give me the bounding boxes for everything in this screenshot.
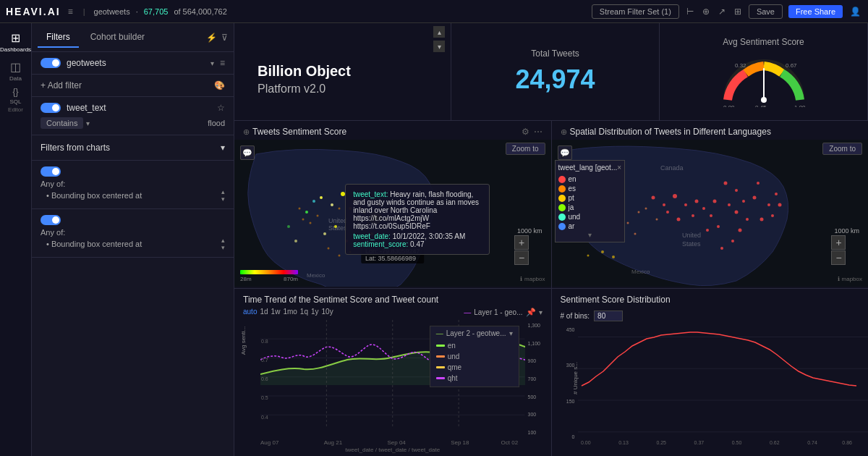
- ruler-icon[interactable]: ⊢: [685, 5, 695, 18]
- palette-icon[interactable]: 🎨: [214, 80, 225, 90]
- chart-filter-1-down[interactable]: ▾: [221, 195, 225, 203]
- mapbox-label-2: mapbox: [842, 276, 862, 282]
- y-right-1300: 1,300: [528, 323, 551, 328]
- svg-point-28: [317, 215, 319, 217]
- save-button[interactable]: Save: [749, 4, 783, 19]
- scroll-down-button[interactable]: ▾: [433, 41, 445, 52]
- export-icon[interactable]: ↗: [717, 5, 727, 18]
- spatial-zoom-out-button[interactable]: −: [831, 250, 846, 265]
- time-1d[interactable]: 1d: [260, 308, 268, 317]
- filter-tabs: Filters Cohort builder ⚡ ⊽: [32, 23, 234, 52]
- main-layout: ⊞ Dashboards ◫ Data {} SQL Editor Filter…: [0, 23, 868, 456]
- layer1-selector[interactable]: — Layer 1 - geo... 📌 ▾: [464, 308, 542, 317]
- sidebar-item-data[interactable]: ◫ Data: [3, 58, 29, 84]
- bins-input[interactable]: [594, 311, 623, 321]
- filter-dropdown-arrow[interactable]: ▾: [86, 119, 90, 127]
- time-10y[interactable]: 10y: [322, 308, 333, 317]
- sentiment-map-more-icon[interactable]: ⋯: [534, 127, 542, 137]
- svg-point-72: [702, 207, 705, 210]
- spatial-map-comment-icon[interactable]: 💬: [558, 145, 572, 160]
- chart-filter-1: Any of: • Bounding box centered at ▴ ▾: [32, 161, 234, 209]
- tab-filters[interactable]: Filters: [38, 28, 79, 48]
- sentiment-map-gear-icon[interactable]: ⚙: [522, 127, 529, 137]
- time-trend-panel: Time Trend of the Sentimet Score and Twe…: [234, 289, 551, 456]
- tooltip-date-value: 10/1/2022, 3:00:35 AM: [393, 232, 466, 240]
- sentiment-map-controls-left: ⊕: [243, 127, 252, 137]
- sentiment-map-panel: ⊕ Tweets Sentiment Score ⚙ ⋯: [234, 121, 551, 289]
- spatial-map-settings-icon[interactable]: ⊕: [561, 127, 567, 136]
- svg-point-22: [294, 240, 297, 242]
- zoom-out-button[interactable]: −: [514, 250, 529, 265]
- time-1q[interactable]: 1q: [300, 308, 308, 317]
- filters-from-charts-chevron[interactable]: ▾: [221, 143, 225, 153]
- time-auto[interactable]: auto: [243, 308, 257, 317]
- share-icon[interactable]: ⊕: [701, 5, 711, 18]
- legend-qht-color: [436, 377, 445, 379]
- chart-filter-1-up[interactable]: ▴: [221, 188, 225, 195]
- zoom-in-button[interactable]: +: [514, 235, 529, 250]
- legend-qme-label: qme: [448, 363, 461, 371]
- mapbox-credit-1: ℹ mapbox: [520, 276, 545, 282]
- filter-tweet-text-star[interactable]: ☆: [217, 103, 225, 113]
- add-filter-row[interactable]: + Add filter 🎨: [32, 75, 234, 97]
- spatial-zoom-in-button[interactable]: +: [831, 235, 846, 250]
- scale-max: 870m: [284, 276, 298, 282]
- map-settings-icon[interactable]: ⊕: [243, 127, 250, 136]
- scroll-up-button[interactable]: ▴: [433, 26, 445, 38]
- hist-controls: # of bins:: [552, 308, 869, 324]
- user-icon[interactable]: 👤: [848, 5, 862, 18]
- share-button[interactable]: Free Share: [788, 5, 843, 18]
- time-1mo[interactable]: 1mo: [283, 308, 297, 317]
- filter-set-button[interactable]: Stream Filter Set (1): [592, 4, 679, 19]
- sidebar-item-sql[interactable]: {} SQL Editor: [3, 87, 29, 113]
- lang-filter-close-icon[interactable]: ×: [617, 164, 621, 172]
- editor-label: Editor: [8, 106, 23, 113]
- svg-point-88: [767, 203, 770, 206]
- layer1-chevron-icon[interactable]: ▾: [539, 308, 542, 316]
- time-1y[interactable]: 1y: [311, 308, 319, 317]
- filters-from-charts-section[interactable]: Filters from charts ▾: [32, 135, 234, 161]
- spatial-zoom-controls: 1000 km + −: [831, 227, 862, 265]
- layers-icon[interactable]: ⊞: [733, 5, 743, 18]
- sql-icon: {}: [12, 87, 18, 97]
- dataset-label: geotweets: [94, 7, 130, 16]
- layer2-selector[interactable]: — Layer 2 - geotwe... ▾: [436, 329, 513, 337]
- filter-condition-tag[interactable]: Contains: [41, 117, 83, 129]
- chart-filter-2-up[interactable]: ▴: [221, 237, 225, 244]
- time-1w[interactable]: 1w: [271, 308, 281, 317]
- lang-panel-scroll[interactable]: ▾: [558, 231, 622, 239]
- filter-tweet-text-toggle[interactable]: [41, 103, 61, 113]
- svg-point-7: [320, 196, 323, 199]
- svg-text:Sep 04: Sep 04: [387, 439, 406, 446]
- dataset-toggle[interactable]: [41, 58, 61, 68]
- svg-point-99: [601, 250, 604, 253]
- tooltip-score-value: 0.47: [410, 240, 424, 248]
- layer1-pin-icon[interactable]: 📌: [526, 308, 536, 317]
- sentiment-zoom-to-button[interactable]: Zoom to: [506, 143, 545, 155]
- sentiment-map-title-bar: ⊕ Tweets Sentiment Score ⚙ ⋯: [234, 121, 551, 140]
- svg-point-73: [710, 214, 712, 217]
- hamburger-icon[interactable]: ≡: [67, 5, 75, 18]
- sidebar-item-dashboards[interactable]: ⊞ Dashboards: [3, 29, 29, 55]
- chart-filter-2-down[interactable]: ▾: [221, 244, 225, 251]
- tab-cohort-builder[interactable]: Cohort builder: [82, 28, 153, 48]
- svg-point-39: [339, 255, 341, 257]
- map-comment-icon[interactable]: 💬: [240, 145, 255, 160]
- lang-ar-dot: [558, 223, 566, 230]
- svg-point-79: [742, 200, 745, 203]
- dataset-bars-icon[interactable]: ≡: [220, 58, 225, 68]
- dataset-chevron-icon[interactable]: ▾: [210, 59, 214, 67]
- chart-filter-2-toggle[interactable]: [41, 215, 61, 225]
- lang-filter-title: tweet_lang [geot...: [558, 164, 618, 172]
- spatial-zoom-to-button[interactable]: Zoom to: [822, 143, 862, 155]
- bins-label: # of bins:: [561, 312, 590, 320]
- svg-text:0.25: 0.25: [656, 440, 666, 445]
- layer2-chevron-icon[interactable]: ▾: [509, 329, 513, 337]
- svg-point-94: [655, 219, 658, 221]
- filter-funnel-icon[interactable]: ⊽: [221, 33, 228, 43]
- chart-filter-1-toggle[interactable]: [41, 166, 61, 177]
- filter-lightning-icon[interactable]: ⚡: [206, 33, 217, 43]
- lang-und: und: [558, 212, 622, 221]
- lang-und-dot: [558, 214, 566, 221]
- lang-ar-label: ar: [569, 222, 575, 230]
